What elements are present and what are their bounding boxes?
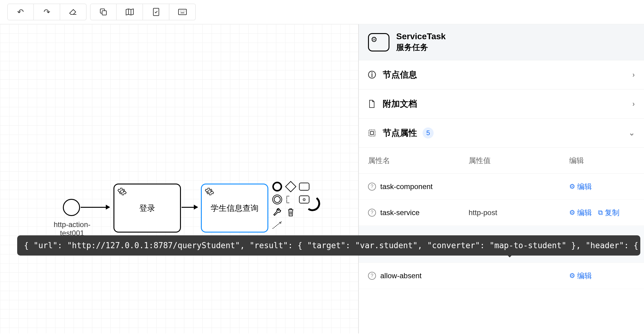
undo-icon: ↶ bbox=[17, 7, 24, 17]
help-icon[interactable]: ? bbox=[368, 209, 376, 217]
col-name-header: 属性名 bbox=[368, 156, 466, 165]
context-palette: ⚙ bbox=[272, 181, 310, 231]
keyboard-button[interactable] bbox=[169, 4, 196, 20]
value-tooltip: { "url": "http://127.0.0.1:8787/queryStu… bbox=[17, 235, 640, 256]
panel-title: ServiceTask bbox=[396, 32, 446, 41]
eraser-icon bbox=[69, 8, 78, 16]
chevron-down-icon: ⌄ bbox=[629, 129, 635, 137]
prop-name: task-service bbox=[380, 208, 420, 217]
main-area: http-action-test001 登录 学生信息查询 bbox=[0, 24, 644, 333]
copy-icon bbox=[99, 8, 107, 16]
redo-icon: ↷ bbox=[44, 7, 50, 17]
svg-rect-10 bbox=[370, 131, 374, 135]
section-node-props-label: 节点属性 bbox=[383, 127, 417, 139]
panel-subtitle: 服务任务 bbox=[396, 42, 446, 53]
palette-gateway[interactable] bbox=[285, 181, 296, 192]
task-query-label: 学生信息查询 bbox=[211, 203, 259, 214]
copy-button[interactable] bbox=[90, 4, 117, 20]
edit-button[interactable]: ⚙编辑 bbox=[569, 271, 592, 281]
svg-rect-8 bbox=[181, 13, 184, 13]
start-event-label: http-action-test001 bbox=[44, 220, 100, 237]
copy-icon: ⧉ bbox=[598, 209, 603, 217]
props-table-header: 属性名 属性值 编辑 bbox=[359, 148, 644, 174]
info-icon: ⓘ bbox=[368, 70, 377, 80]
properties-panel: ⚙ ServiceTask 服务任务 ⓘ 节点信息 › 附加文档 › 节点属性 bbox=[359, 24, 644, 333]
prop-name: task-component bbox=[380, 182, 433, 191]
table-row: ?task-service http-post ⚙编辑 ⧉复制 bbox=[359, 200, 644, 226]
erase-button[interactable] bbox=[60, 4, 86, 20]
check-file-icon bbox=[152, 8, 160, 16]
undo-button[interactable]: ↶ bbox=[7, 4, 34, 20]
svg-rect-3 bbox=[178, 9, 186, 15]
map-button[interactable] bbox=[117, 4, 143, 20]
gear-icon: ⚙ bbox=[569, 183, 575, 191]
section-attach-doc[interactable]: 附加文档 › bbox=[359, 89, 644, 118]
keyboard-icon bbox=[178, 9, 187, 15]
section-node-info-label: 节点信息 bbox=[383, 69, 417, 81]
palette-connect-icon[interactable] bbox=[272, 220, 283, 231]
edit-button[interactable]: ⚙编辑 bbox=[569, 182, 592, 192]
copy-button[interactable]: ⧉复制 bbox=[598, 208, 619, 218]
gear-icon: ⚙ bbox=[569, 272, 575, 280]
svg-point-7 bbox=[185, 11, 185, 11]
redo-button[interactable]: ↷ bbox=[34, 4, 60, 20]
svg-rect-2 bbox=[153, 8, 159, 16]
table-row: ?task-component ⚙编辑 bbox=[359, 174, 644, 200]
service-task-icon: ⚙ bbox=[368, 33, 389, 51]
toolbar-group-tools bbox=[90, 4, 196, 20]
props-count-badge: 5 bbox=[423, 127, 434, 139]
gear-icon bbox=[205, 187, 214, 196]
chevron-right-icon: › bbox=[632, 70, 635, 79]
task-query-node[interactable]: 学生信息查询 bbox=[201, 184, 268, 233]
palette-task[interactable] bbox=[299, 181, 310, 192]
svg-point-5 bbox=[182, 11, 182, 11]
toolbar: ↶ ↷ bbox=[0, 0, 644, 24]
palette-wrench-icon[interactable] bbox=[272, 207, 283, 218]
palette-trash-icon[interactable] bbox=[285, 207, 296, 218]
col-value-header: 属性值 bbox=[469, 156, 567, 165]
bpmn-canvas[interactable]: http-action-test001 登录 学生信息查询 bbox=[0, 24, 359, 333]
help-icon[interactable]: ? bbox=[368, 272, 376, 280]
svg-point-6 bbox=[183, 11, 184, 11]
section-attach-doc-label: 附加文档 bbox=[383, 98, 417, 110]
toolbar-group-history: ↶ ↷ bbox=[7, 4, 86, 20]
sequence-flow-1[interactable] bbox=[81, 207, 109, 208]
panel-header: ⚙ ServiceTask 服务任务 bbox=[359, 24, 644, 60]
props-table: 属性名 属性值 编辑 ?task-component ⚙编辑 ?task-ser… bbox=[359, 147, 644, 289]
gear-icon bbox=[117, 187, 127, 196]
prop-value: http-post bbox=[469, 208, 567, 217]
palette-intermediate-event[interactable] bbox=[272, 194, 283, 205]
edit-button[interactable]: ⚙编辑 bbox=[569, 208, 592, 218]
props-icon bbox=[368, 129, 377, 137]
table-row: ?allow-absent ⚙编辑 bbox=[359, 263, 644, 289]
tooltip-arrow bbox=[505, 253, 514, 257]
svg-point-4 bbox=[180, 11, 181, 11]
prop-name: allow-absent bbox=[380, 271, 422, 280]
section-node-props[interactable]: 节点属性 5 ⌄ bbox=[359, 118, 644, 147]
help-icon[interactable]: ? bbox=[368, 183, 376, 191]
task-login-label: 登录 bbox=[139, 203, 155, 214]
palette-end-event[interactable] bbox=[272, 181, 283, 192]
col-edit-header: 编辑 bbox=[569, 156, 635, 165]
task-login-node[interactable]: 登录 bbox=[113, 184, 181, 233]
document-icon bbox=[368, 100, 377, 108]
section-node-info[interactable]: ⓘ 节点信息 › bbox=[359, 60, 644, 89]
validate-button[interactable] bbox=[143, 4, 169, 20]
chevron-right-icon: › bbox=[632, 100, 635, 108]
gear-icon: ⚙ bbox=[569, 209, 575, 217]
map-icon bbox=[125, 8, 134, 16]
sequence-flow-2[interactable] bbox=[182, 207, 197, 208]
svg-rect-9 bbox=[369, 130, 375, 136]
start-event-node[interactable] bbox=[63, 199, 80, 216]
svg-rect-1 bbox=[102, 11, 106, 15]
palette-annotation[interactable] bbox=[285, 194, 296, 205]
